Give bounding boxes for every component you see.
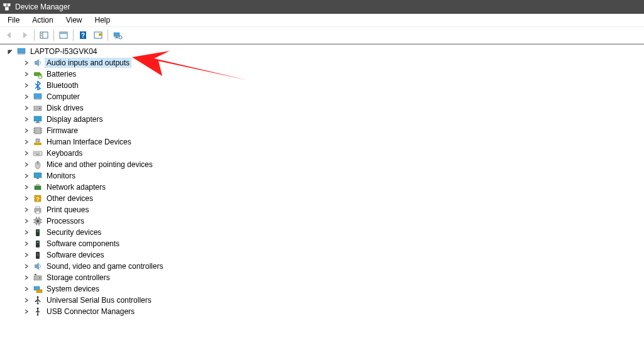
tree-item-label[interactable]: Software devices bbox=[45, 251, 105, 259]
tree-item-label[interactable]: Keyboards bbox=[45, 149, 84, 158]
tree-item-label[interactable]: Storage controllers bbox=[45, 273, 111, 282]
device-tree[interactable]: LAPTOP-I53GVK04 Audio inputs and outputs… bbox=[0, 44, 644, 358]
tree-item-label[interactable]: Batteries bbox=[45, 70, 77, 79]
tree-item-label[interactable]: Computer bbox=[45, 92, 81, 101]
svg-rect-13 bbox=[114, 33, 119, 36]
menu-help[interactable]: Help bbox=[90, 14, 116, 26]
cpu-icon bbox=[33, 216, 43, 226]
tree-item[interactable]: Processors bbox=[3, 215, 641, 227]
tree-item[interactable]: Batteries bbox=[3, 68, 641, 80]
speaker-icon bbox=[33, 58, 43, 68]
help-button[interactable]: ? bbox=[76, 28, 90, 42]
chevron-right-icon[interactable] bbox=[23, 308, 30, 315]
tree-item[interactable]: Computer bbox=[3, 91, 641, 102]
tree-item-label[interactable]: Other devices bbox=[45, 194, 94, 203]
menu-file[interactable]: File bbox=[3, 14, 25, 26]
menu-view[interactable]: View bbox=[61, 14, 87, 26]
tree-item[interactable]: Monitors bbox=[3, 170, 641, 182]
chevron-right-icon[interactable] bbox=[23, 70, 30, 78]
swcomp-icon bbox=[33, 239, 43, 249]
tree-item-label[interactable]: Human Interface Devices bbox=[45, 138, 133, 146]
tree-item[interactable]: Display adapters bbox=[3, 114, 641, 125]
tree-item-label[interactable]: Monitors bbox=[45, 171, 77, 180]
chevron-right-icon[interactable] bbox=[23, 161, 30, 168]
tree-item[interactable]: Software devices bbox=[3, 249, 641, 261]
tree-item[interactable]: Bluetooth bbox=[3, 80, 641, 91]
tree-item[interactable]: Sound, video and game controllers bbox=[3, 261, 641, 272]
tree-item[interactable]: Audio inputs and outputs bbox=[3, 57, 641, 68]
chevron-right-icon[interactable] bbox=[23, 127, 30, 134]
chevron-right-icon[interactable] bbox=[23, 82, 30, 89]
svg-rect-12 bbox=[99, 33, 102, 36]
chevron-right-icon[interactable] bbox=[23, 149, 30, 157]
tree-item[interactable]: Software components bbox=[3, 238, 641, 249]
toolbar-separator bbox=[34, 30, 35, 41]
tree-item-label[interactable]: Processors bbox=[45, 217, 86, 225]
tree-item[interactable]: Network adapters bbox=[3, 182, 641, 193]
tree-item[interactable]: Firmware bbox=[3, 125, 641, 136]
tree-item-label[interactable]: Firmware bbox=[45, 126, 79, 135]
show-hide-tree-button[interactable] bbox=[37, 28, 51, 42]
tree-item-label[interactable]: Disk drives bbox=[45, 104, 85, 112]
tree-item-label[interactable]: Sound, video and game controllers bbox=[45, 262, 164, 271]
tree-item[interactable]: USB Connector Managers bbox=[3, 306, 641, 317]
chevron-right-icon[interactable] bbox=[23, 195, 30, 202]
chevron-right-icon[interactable] bbox=[23, 229, 30, 236]
chevron-right-icon[interactable] bbox=[23, 59, 30, 67]
tree-item[interactable]: Human Interface Devices bbox=[3, 136, 641, 148]
disk-icon bbox=[33, 103, 43, 113]
menu-action[interactable]: Action bbox=[27, 14, 58, 26]
tree-item[interactable]: System devices bbox=[3, 283, 641, 295]
tree-root-label[interactable]: LAPTOP-I53GVK04 bbox=[29, 47, 99, 56]
computer-icon bbox=[33, 92, 43, 102]
scan-hardware-button[interactable] bbox=[91, 28, 105, 42]
chevron-right-icon[interactable] bbox=[23, 172, 30, 180]
chevron-right-icon[interactable] bbox=[23, 240, 30, 247]
toolbar: ? bbox=[0, 27, 644, 44]
tree-item[interactable]: Security devices bbox=[3, 227, 641, 238]
chevron-right-icon[interactable] bbox=[23, 138, 30, 146]
tree-item[interactable]: Universal Serial Bus controllers bbox=[3, 295, 641, 306]
tree-item-label[interactable]: System devices bbox=[45, 285, 101, 293]
tree-item[interactable]: Mice and other pointing devices bbox=[3, 159, 641, 170]
tree-item-label[interactable]: Audio inputs and outputs bbox=[45, 58, 131, 67]
tree-item-label[interactable]: Print queues bbox=[45, 205, 90, 214]
tree-item[interactable]: Keyboards bbox=[3, 148, 641, 159]
tree-root[interactable]: LAPTOP-I53GVK04 bbox=[3, 46, 641, 57]
chevron-right-icon[interactable] bbox=[23, 217, 30, 225]
mouse-icon bbox=[33, 160, 43, 170]
tree-item-label[interactable]: USB Connector Managers bbox=[45, 307, 136, 316]
chevron-right-icon[interactable] bbox=[23, 251, 30, 259]
tree-item-label[interactable]: Network adapters bbox=[45, 183, 107, 192]
printer-icon bbox=[33, 205, 43, 215]
svg-rect-1 bbox=[8, 4, 10, 6]
tree-item-label[interactable]: Software components bbox=[45, 239, 121, 248]
system-icon bbox=[33, 284, 43, 294]
chevron-right-icon[interactable] bbox=[23, 206, 30, 214]
tree-item[interactable]: Print queues bbox=[3, 204, 641, 215]
tree-item-label[interactable]: Mice and other pointing devices bbox=[45, 160, 154, 169]
tree-item[interactable]: Storage controllers bbox=[3, 272, 641, 283]
tree-item-label[interactable]: Display adapters bbox=[45, 115, 104, 124]
chevron-right-icon[interactable] bbox=[23, 285, 30, 293]
svg-rect-2 bbox=[5, 8, 8, 10]
tree-item-label[interactable]: Security devices bbox=[45, 228, 103, 237]
chevron-down-icon[interactable] bbox=[6, 48, 14, 55]
chevron-right-icon[interactable] bbox=[23, 263, 30, 270]
firmware-icon bbox=[33, 126, 43, 136]
devices-by-type-button[interactable] bbox=[111, 28, 125, 42]
tree-item[interactable]: Disk drives bbox=[3, 102, 641, 114]
chevron-right-icon[interactable] bbox=[23, 116, 30, 123]
svg-rect-6 bbox=[41, 35, 42, 36]
chevron-right-icon[interactable] bbox=[23, 93, 30, 100]
tree-item[interactable]: Other devices bbox=[3, 193, 641, 204]
keyboard-icon bbox=[33, 148, 43, 158]
tree-item-label[interactable]: Universal Serial Bus controllers bbox=[45, 296, 153, 305]
tree-item-label[interactable]: Bluetooth bbox=[45, 81, 80, 90]
properties-button[interactable] bbox=[57, 28, 70, 42]
device-manager-icon bbox=[3, 3, 11, 11]
chevron-right-icon[interactable] bbox=[23, 274, 30, 281]
chevron-right-icon[interactable] bbox=[23, 296, 30, 304]
chevron-right-icon[interactable] bbox=[23, 104, 30, 112]
chevron-right-icon[interactable] bbox=[23, 183, 30, 191]
